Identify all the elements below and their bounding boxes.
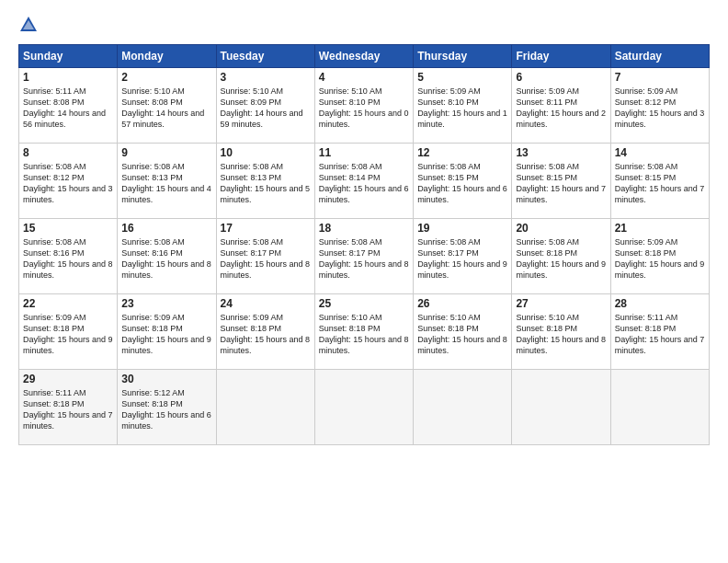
day-info: Sunrise: 5:08 AMSunset: 8:17 PMDaylight:… bbox=[319, 236, 409, 282]
day-info: Sunrise: 5:11 AMSunset: 8:18 PMDaylight:… bbox=[615, 312, 705, 357]
day-number: 18 bbox=[319, 222, 409, 235]
calendar-cell: 21Sunrise: 5:09 AMSunset: 8:18 PMDayligh… bbox=[610, 219, 709, 294]
day-info: Sunrise: 5:10 AMSunset: 8:18 PMDaylight:… bbox=[516, 312, 606, 357]
calendar-cell: 10Sunrise: 5:08 AMSunset: 8:13 PMDayligh… bbox=[216, 144, 314, 219]
day-number: 16 bbox=[121, 222, 211, 235]
day-number: 1 bbox=[23, 71, 113, 84]
day-number: 19 bbox=[417, 222, 507, 235]
calendar-cell bbox=[414, 370, 512, 445]
calendar-cell: 8Sunrise: 5:08 AMSunset: 8:12 PMDaylight… bbox=[19, 144, 118, 219]
calendar-cell bbox=[314, 370, 413, 445]
calendar-week-row: 8Sunrise: 5:08 AMSunset: 8:12 PMDaylight… bbox=[19, 144, 710, 219]
day-info: Sunrise: 5:08 AMSunset: 8:15 PMDaylight:… bbox=[516, 161, 606, 206]
calendar-cell bbox=[512, 370, 610, 445]
calendar-cell: 25Sunrise: 5:10 AMSunset: 8:18 PMDayligh… bbox=[314, 294, 413, 370]
calendar-cell bbox=[610, 370, 709, 445]
day-number: 28 bbox=[615, 297, 705, 310]
day-number: 13 bbox=[516, 146, 606, 159]
calendar-day-header: Wednesday bbox=[314, 45, 413, 68]
day-number: 25 bbox=[319, 297, 409, 310]
header bbox=[18, 15, 710, 35]
day-info: Sunrise: 5:09 AMSunset: 8:10 PMDaylight:… bbox=[417, 86, 507, 131]
calendar-week-row: 1Sunrise: 5:11 AMSunset: 8:08 PMDaylight… bbox=[19, 68, 710, 144]
calendar-cell: 16Sunrise: 5:08 AMSunset: 8:16 PMDayligh… bbox=[118, 219, 216, 294]
day-info: Sunrise: 5:08 AMSunset: 8:16 PMDaylight:… bbox=[121, 236, 211, 282]
day-info: Sunrise: 5:10 AMSunset: 8:10 PMDaylight:… bbox=[319, 86, 409, 131]
calendar-cell: 19Sunrise: 5:08 AMSunset: 8:17 PMDayligh… bbox=[414, 219, 512, 294]
day-number: 15 bbox=[23, 222, 113, 235]
day-number: 22 bbox=[23, 297, 113, 310]
calendar-cell: 18Sunrise: 5:08 AMSunset: 8:17 PMDayligh… bbox=[314, 219, 413, 294]
calendar-cell: 27Sunrise: 5:10 AMSunset: 8:18 PMDayligh… bbox=[512, 294, 610, 370]
calendar-cell: 9Sunrise: 5:08 AMSunset: 8:13 PMDaylight… bbox=[118, 144, 216, 219]
calendar-cell: 4Sunrise: 5:10 AMSunset: 8:10 PMDaylight… bbox=[314, 68, 413, 144]
day-info: Sunrise: 5:09 AMSunset: 8:11 PMDaylight:… bbox=[516, 86, 606, 131]
day-number: 11 bbox=[319, 146, 409, 159]
day-number: 21 bbox=[615, 222, 705, 235]
day-number: 24 bbox=[221, 297, 311, 310]
calendar-day-header: Saturday bbox=[610, 45, 709, 68]
day-info: Sunrise: 5:08 AMSunset: 8:16 PMDaylight:… bbox=[23, 236, 113, 282]
calendar-week-row: 22Sunrise: 5:09 AMSunset: 8:18 PMDayligh… bbox=[19, 294, 710, 370]
calendar-cell: 15Sunrise: 5:08 AMSunset: 8:16 PMDayligh… bbox=[19, 219, 118, 294]
day-number: 6 bbox=[516, 71, 606, 84]
day-info: Sunrise: 5:08 AMSunset: 8:13 PMDaylight:… bbox=[221, 161, 311, 206]
logo-icon bbox=[18, 15, 39, 35]
day-number: 26 bbox=[417, 297, 507, 310]
day-info: Sunrise: 5:09 AMSunset: 8:18 PMDaylight:… bbox=[615, 236, 705, 282]
calendar-cell: 24Sunrise: 5:09 AMSunset: 8:18 PMDayligh… bbox=[216, 294, 314, 370]
calendar-cell: 5Sunrise: 5:09 AMSunset: 8:10 PMDaylight… bbox=[414, 68, 512, 144]
day-info: Sunrise: 5:09 AMSunset: 8:18 PMDaylight:… bbox=[121, 312, 211, 357]
calendar-cell: 11Sunrise: 5:08 AMSunset: 8:14 PMDayligh… bbox=[314, 144, 413, 219]
day-info: Sunrise: 5:11 AMSunset: 8:18 PMDaylight:… bbox=[23, 387, 113, 432]
calendar-day-header: Tuesday bbox=[216, 45, 314, 68]
day-number: 4 bbox=[319, 71, 409, 84]
day-info: Sunrise: 5:12 AMSunset: 8:18 PMDaylight:… bbox=[121, 387, 211, 432]
day-number: 9 bbox=[121, 146, 211, 159]
page: SundayMondayTuesdayWednesdayThursdayFrid… bbox=[0, 0, 728, 563]
calendar-cell: 20Sunrise: 5:08 AMSunset: 8:18 PMDayligh… bbox=[512, 219, 610, 294]
calendar-week-row: 15Sunrise: 5:08 AMSunset: 8:16 PMDayligh… bbox=[19, 219, 710, 294]
calendar-cell: 22Sunrise: 5:09 AMSunset: 8:18 PMDayligh… bbox=[19, 294, 118, 370]
day-info: Sunrise: 5:08 AMSunset: 8:14 PMDaylight:… bbox=[319, 161, 409, 206]
calendar-cell: 1Sunrise: 5:11 AMSunset: 8:08 PMDaylight… bbox=[19, 68, 118, 144]
calendar-cell: 13Sunrise: 5:08 AMSunset: 8:15 PMDayligh… bbox=[512, 144, 610, 219]
day-number: 27 bbox=[516, 297, 606, 310]
day-number: 8 bbox=[23, 146, 113, 159]
day-info: Sunrise: 5:08 AMSunset: 8:17 PMDaylight:… bbox=[221, 236, 311, 282]
day-number: 29 bbox=[23, 373, 113, 385]
day-number: 23 bbox=[121, 297, 211, 310]
logo bbox=[18, 15, 42, 35]
day-number: 17 bbox=[221, 222, 311, 235]
calendar-cell: 30Sunrise: 5:12 AMSunset: 8:18 PMDayligh… bbox=[118, 370, 216, 445]
calendar-cell: 26Sunrise: 5:10 AMSunset: 8:18 PMDayligh… bbox=[414, 294, 512, 370]
day-number: 14 bbox=[615, 146, 705, 159]
calendar-day-header: Thursday bbox=[414, 45, 512, 68]
day-info: Sunrise: 5:08 AMSunset: 8:18 PMDaylight:… bbox=[516, 236, 606, 282]
day-number: 20 bbox=[516, 222, 606, 235]
calendar-week-row: 29Sunrise: 5:11 AMSunset: 8:18 PMDayligh… bbox=[19, 370, 710, 445]
calendar-day-header: Sunday bbox=[19, 45, 118, 68]
calendar-cell: 12Sunrise: 5:08 AMSunset: 8:15 PMDayligh… bbox=[414, 144, 512, 219]
calendar-day-header: Monday bbox=[118, 45, 216, 68]
day-info: Sunrise: 5:10 AMSunset: 8:18 PMDaylight:… bbox=[319, 312, 409, 357]
calendar-cell: 29Sunrise: 5:11 AMSunset: 8:18 PMDayligh… bbox=[19, 370, 118, 445]
calendar-cell: 14Sunrise: 5:08 AMSunset: 8:15 PMDayligh… bbox=[610, 144, 709, 219]
day-info: Sunrise: 5:10 AMSunset: 8:09 PMDaylight:… bbox=[221, 86, 311, 131]
calendar-cell: 23Sunrise: 5:09 AMSunset: 8:18 PMDayligh… bbox=[118, 294, 216, 370]
day-info: Sunrise: 5:08 AMSunset: 8:13 PMDaylight:… bbox=[121, 161, 211, 206]
calendar-cell: 17Sunrise: 5:08 AMSunset: 8:17 PMDayligh… bbox=[216, 219, 314, 294]
day-number: 7 bbox=[615, 71, 705, 84]
day-info: Sunrise: 5:09 AMSunset: 8:12 PMDaylight:… bbox=[615, 86, 705, 131]
day-number: 12 bbox=[417, 146, 507, 159]
day-info: Sunrise: 5:11 AMSunset: 8:08 PMDaylight:… bbox=[23, 86, 113, 131]
calendar-cell: 2Sunrise: 5:10 AMSunset: 8:08 PMDaylight… bbox=[118, 68, 216, 144]
calendar-cell: 6Sunrise: 5:09 AMSunset: 8:11 PMDaylight… bbox=[512, 68, 610, 144]
calendar-header-row: SundayMondayTuesdayWednesdayThursdayFrid… bbox=[19, 45, 710, 68]
day-info: Sunrise: 5:09 AMSunset: 8:18 PMDaylight:… bbox=[23, 312, 113, 357]
calendar-cell: 7Sunrise: 5:09 AMSunset: 8:12 PMDaylight… bbox=[610, 68, 709, 144]
day-number: 30 bbox=[121, 373, 211, 385]
day-info: Sunrise: 5:08 AMSunset: 8:12 PMDaylight:… bbox=[23, 161, 113, 206]
day-info: Sunrise: 5:08 AMSunset: 8:17 PMDaylight:… bbox=[417, 236, 507, 282]
calendar-cell: 28Sunrise: 5:11 AMSunset: 8:18 PMDayligh… bbox=[610, 294, 709, 370]
